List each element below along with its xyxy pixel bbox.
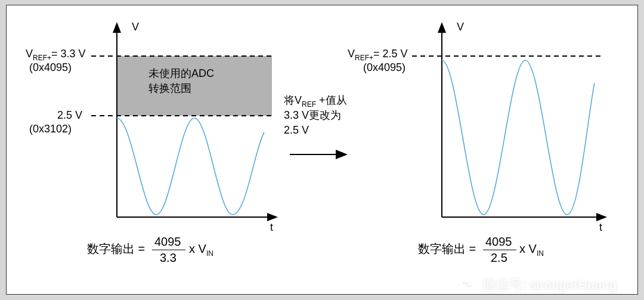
- left-chart: 未使用的ADC 转换范围 V t VREF+= 3.3 V (0x4095) 2…: [26, 21, 278, 264]
- right-waveform: [442, 60, 595, 215]
- right-y-arrow: [438, 22, 446, 33]
- right-formula-lead: 数字输出 =: [418, 242, 476, 255]
- middle-block: 将VREF +值从 3.3 V更改为 2.5 V: [283, 94, 348, 159]
- left-y-label: V: [132, 21, 139, 33]
- right-x-label: t: [599, 221, 602, 233]
- left-x-label: t: [270, 221, 273, 233]
- left-x-arrow: [267, 213, 278, 221]
- left-25v-label: 2.5 V: [57, 109, 82, 121]
- unused-range-shade: [117, 56, 272, 116]
- mid-line1: 将VREF +值从: [283, 94, 347, 109]
- left-formula-den: 3.3: [160, 251, 177, 264]
- mid-line3: 2.5 V: [284, 124, 309, 136]
- mid-arrow-head: [336, 150, 348, 159]
- left-formula-num: 4095: [154, 235, 181, 248]
- left-vref-hex: (0x4095): [29, 61, 72, 73]
- left-formula-tail: x VIN: [189, 242, 213, 258]
- right-y-label: V: [457, 21, 464, 33]
- left-25v-hex: (0x3102): [29, 123, 72, 135]
- left-waveform: [117, 118, 264, 215]
- right-vref-hex: (0x4095): [363, 61, 405, 73]
- right-formula-den: 2.5: [491, 251, 507, 264]
- right-chart: V t VREF+= 2.5 V (0x4095) 数字输出 = 4095 2.…: [348, 21, 607, 264]
- mid-line2: 3.3 V更改为: [284, 109, 341, 121]
- right-x-arrow: [596, 213, 607, 221]
- left-formula: 数字输出 = 4095 3.3 x VIN: [87, 235, 213, 264]
- left-formula-lead: 数字输出 =: [87, 242, 145, 255]
- left-vref-label: VREF+= 3.3 V: [26, 48, 86, 62]
- shade-label-2: 转换范围: [148, 82, 191, 94]
- left-y-arrow: [113, 22, 121, 33]
- diagram-card: 未使用的ADC 转换范围 V t VREF+= 3.3 V (0x4095) 2…: [6, 5, 638, 295]
- right-vref-label: VREF+= 2.5 V: [348, 48, 408, 62]
- right-formula-tail: x VIN: [519, 242, 544, 258]
- shade-label-1: 未使用的ADC: [148, 67, 214, 79]
- right-formula: 数字输出 = 4095 2.5 x VIN: [418, 235, 544, 264]
- right-formula-num: 4095: [485, 235, 512, 248]
